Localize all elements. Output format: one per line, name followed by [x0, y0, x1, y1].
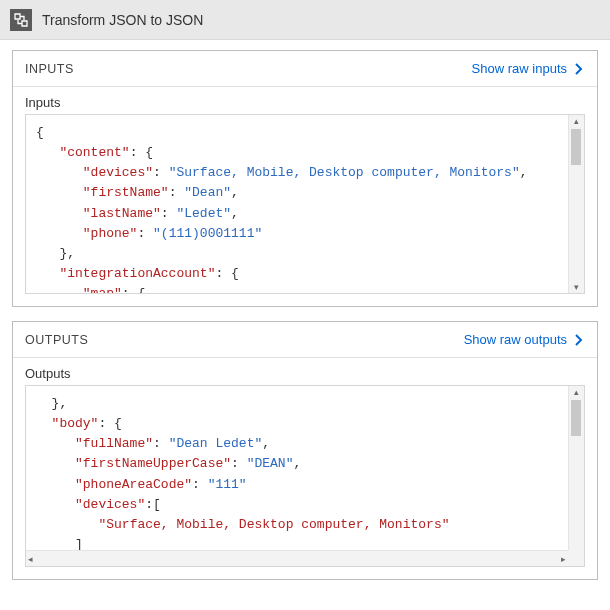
scroll-thumb[interactable]	[571, 129, 581, 165]
outputs-heading: OUTPUTS	[25, 333, 88, 347]
transform-icon	[10, 9, 32, 31]
inputs-sublabel: Inputs	[13, 87, 597, 114]
chevron-right-icon	[571, 332, 587, 348]
outputs-code-box: }, "body": { "fullName": "Dean Ledet", "…	[25, 385, 585, 567]
scroll-right-icon: ▸	[561, 554, 566, 564]
outputs-vscrollbar[interactable]: ▴ ▾	[568, 386, 584, 566]
show-raw-inputs-label: Show raw inputs	[472, 61, 567, 76]
chevron-right-icon	[571, 61, 587, 77]
show-raw-outputs-link[interactable]: Show raw outputs	[464, 332, 587, 348]
inputs-code[interactable]: { "content": { "devices": "Surface, Mobi…	[26, 115, 584, 293]
page-title: Transform JSON to JSON	[42, 12, 203, 28]
scroll-up-icon: ▴	[574, 115, 579, 127]
show-raw-outputs-label: Show raw outputs	[464, 332, 567, 347]
inputs-header: INPUTS Show raw inputs	[13, 51, 597, 87]
show-raw-inputs-link[interactable]: Show raw inputs	[472, 61, 587, 77]
inputs-heading: INPUTS	[25, 62, 74, 76]
scroll-thumb[interactable]	[571, 400, 581, 436]
outputs-hscrollbar[interactable]: ◂ ▸	[26, 550, 568, 566]
scroll-left-icon: ◂	[28, 554, 33, 564]
outputs-panel: OUTPUTS Show raw outputs Outputs }, "bod…	[12, 321, 598, 580]
scroll-down-icon: ▾	[574, 281, 579, 293]
content: INPUTS Show raw inputs Inputs { "content…	[0, 40, 610, 580]
inputs-code-box: { "content": { "devices": "Surface, Mobi…	[25, 114, 585, 294]
scrollbar-corner	[568, 550, 584, 566]
outputs-header: OUTPUTS Show raw outputs	[13, 322, 597, 358]
scroll-up-icon: ▴	[574, 386, 579, 398]
outputs-sublabel: Outputs	[13, 358, 597, 385]
inputs-vscrollbar[interactable]: ▴ ▾	[568, 115, 584, 293]
inputs-panel: INPUTS Show raw inputs Inputs { "content…	[12, 50, 598, 307]
outputs-code[interactable]: }, "body": { "fullName": "Dean Ledet", "…	[26, 386, 584, 550]
titlebar: Transform JSON to JSON	[0, 0, 610, 40]
